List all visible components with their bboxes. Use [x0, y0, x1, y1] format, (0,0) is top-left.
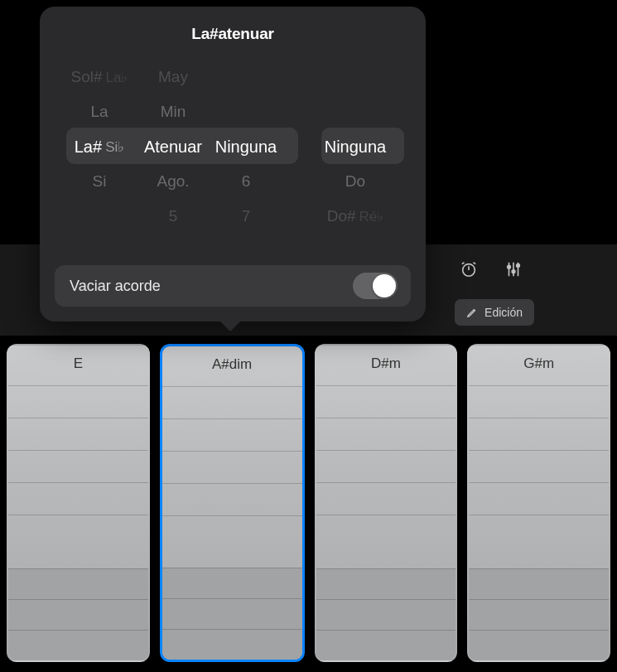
popover-title: La#atenuar — [61, 25, 404, 43]
chord-editor-popover: La#atenuar Sol#La♭ La La#Si♭ Si May Min … — [40, 7, 426, 321]
chord-label: D#m — [316, 355, 456, 372]
svg-point-8 — [512, 270, 515, 273]
chord-strip-d-sharp-m[interactable]: D#m — [315, 344, 458, 662]
root-picker[interactable]: Sol#La♭ La La#Si♭ Si — [61, 60, 137, 234]
switch-knob — [373, 274, 396, 297]
chord-label: G#m — [469, 355, 609, 372]
chord-label: E — [8, 355, 148, 372]
svg-point-9 — [517, 264, 520, 268]
chord-strip-g-sharp-m[interactable]: G#m — [467, 344, 610, 662]
svg-point-7 — [508, 265, 511, 268]
picker-row: Sol#La♭ La La#Si♭ Si May Min Atenuar Ago… — [61, 60, 404, 234]
svg-line-3 — [474, 263, 476, 264]
pencil-icon — [466, 307, 478, 318]
sliders-icon[interactable] — [504, 259, 523, 279]
quality-picker[interactable]: May Min Atenuar Ago. 5 — [137, 60, 209, 234]
bass-picker[interactable]: Ninguna Do Do#Ré♭ — [310, 60, 401, 234]
chord-strip-e[interactable]: E — [7, 344, 150, 662]
chord-strip-a-sharp-dim[interactable]: A#dim — [160, 344, 305, 662]
clear-chord-label: Vaciar acorde — [70, 278, 161, 295]
tempo-icon[interactable] — [459, 259, 479, 279]
chord-strips: E A#dim D#m G#m — [0, 344, 617, 672]
svg-line-2 — [462, 263, 465, 264]
edit-label: Edición — [484, 306, 523, 319]
chord-label: A#dim — [162, 356, 302, 373]
edit-button[interactable]: Edición — [455, 299, 534, 326]
clear-chord-row: Vaciar acorde — [55, 265, 411, 307]
svg-point-0 — [463, 264, 475, 277]
extension-picker[interactable]: Ninguna 6 7 — [209, 60, 283, 234]
clear-chord-toggle[interactable] — [353, 273, 398, 299]
